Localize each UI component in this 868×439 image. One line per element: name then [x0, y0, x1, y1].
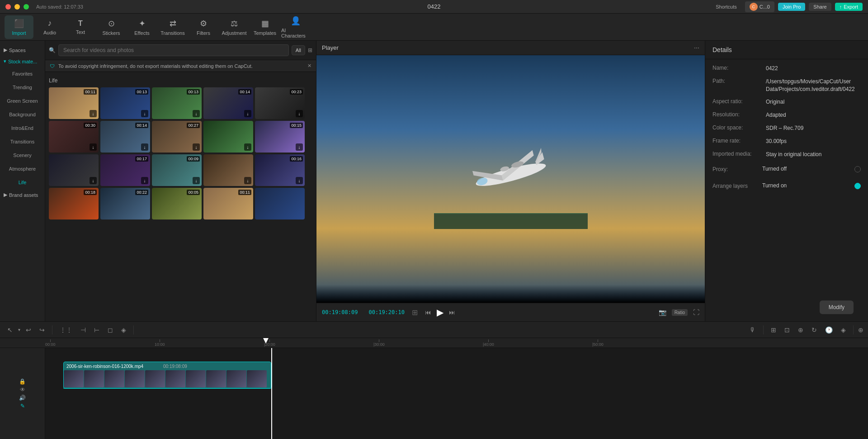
- sidebar-item-green-screen[interactable]: Green Screen: [2, 95, 43, 107]
- media-item[interactable]: 00:05: [152, 188, 202, 220]
- media-item[interactable]: 00:13 ↓: [100, 87, 150, 119]
- sidebar-item-favorites[interactable]: Favorites: [2, 67, 43, 80]
- download-icon[interactable]: ↓: [193, 177, 200, 184]
- media-item[interactable]: 00:15 ↓: [255, 121, 305, 153]
- media-item[interactable]: 00:14 ↓: [100, 121, 150, 153]
- close-notice-button[interactable]: ✕: [307, 63, 311, 69]
- fullscreen-window-button[interactable]: [24, 4, 29, 10]
- undo-button[interactable]: ↩: [23, 325, 34, 335]
- media-item[interactable]: 00:11: [203, 188, 253, 220]
- main-video-track[interactable]: 2006-sir-ken-robinson-016-1200k.mp4 00:1…: [63, 362, 271, 389]
- user-button[interactable]: C C...0: [745, 1, 774, 12]
- toolbar-templates[interactable]: ▦ Templates: [250, 15, 279, 39]
- media-item[interactable]: 00:11 ↓: [49, 87, 99, 119]
- split-button[interactable]: ⋮⋮: [57, 325, 75, 335]
- fullscreen-button[interactable]: ⛶: [693, 309, 699, 316]
- share-button[interactable]: Share: [809, 3, 831, 11]
- player-menu-icon[interactable]: ⋯: [694, 45, 699, 51]
- media-item[interactable]: 00:30 ↓: [49, 121, 99, 153]
- delete-button[interactable]: ◻: [105, 325, 116, 335]
- media-item[interactable]: 00:16 ↓: [255, 154, 305, 186]
- download-icon[interactable]: ↓: [296, 110, 303, 117]
- toolbar-transitions[interactable]: ⇄ Transitions: [158, 15, 187, 39]
- toolbar-ai-characters[interactable]: 👤 AI Characters: [281, 15, 310, 39]
- media-item[interactable]: [255, 188, 305, 220]
- toolbar-stickers[interactable]: ⊙ Stickers: [97, 15, 126, 39]
- minimize-window-button[interactable]: [14, 4, 20, 10]
- rewind-button[interactable]: ⏮: [425, 309, 431, 316]
- select-dropdown[interactable]: ▾: [18, 327, 20, 332]
- media-item[interactable]: 00:18: [49, 188, 99, 220]
- toolbar-effects[interactable]: ✦ Effects: [127, 15, 156, 39]
- toolbar-audio[interactable]: ♪ Audio: [35, 15, 64, 39]
- all-filter-button[interactable]: All: [292, 45, 305, 55]
- media-item[interactable]: 00:09 ↓: [152, 154, 202, 186]
- media-item[interactable]: ↓: [49, 154, 99, 186]
- download-icon[interactable]: ↓: [193, 143, 200, 151]
- trim-end-button[interactable]: ⊢: [91, 325, 102, 335]
- media-item[interactable]: 00:27 ↓: [152, 121, 202, 153]
- toolbar-adjustment[interactable]: ⚖ Adjustment: [220, 15, 249, 39]
- download-icon[interactable]: ↓: [141, 110, 148, 117]
- track-visibility-icon[interactable]: 👁: [20, 387, 25, 393]
- keyframe-button[interactable]: ◈: [118, 325, 129, 335]
- proxy-toggle[interactable]: [854, 166, 861, 172]
- sidebar-item-transitions[interactable]: Transitions: [2, 135, 43, 148]
- download-icon[interactable]: ↓: [296, 143, 303, 151]
- media-item[interactable]: 00:13 ↓: [152, 87, 202, 119]
- timeline-loop[interactable]: ↻: [809, 325, 820, 335]
- join-pro-button[interactable]: Join Pro: [778, 3, 805, 11]
- sidebar-item-life[interactable]: Life: [2, 176, 43, 189]
- download-icon[interactable]: ↓: [90, 110, 97, 117]
- sidebar-item-trending[interactable]: Trending: [2, 81, 43, 94]
- forward-button[interactable]: ⏭: [449, 309, 455, 316]
- modify-button[interactable]: Modify: [820, 301, 854, 314]
- download-icon[interactable]: ↓: [141, 143, 148, 151]
- track-edit-icon[interactable]: ✎: [20, 403, 25, 409]
- sidebar-item-atmosphere[interactable]: Atmosphere: [2, 162, 43, 175]
- media-item[interactable]: 00:14 ↓: [203, 87, 253, 119]
- track-lock-icon[interactable]: 🔒: [19, 378, 26, 385]
- media-item[interactable]: 00:22: [100, 188, 150, 220]
- stock-mate-group[interactable]: ▾ Stock mate...: [0, 56, 45, 67]
- export-button[interactable]: ↑ Export: [835, 3, 863, 11]
- arrange-toggle[interactable]: [854, 183, 861, 189]
- zoom-icon[interactable]: ⊕: [858, 326, 863, 334]
- spaces-group[interactable]: ▶ Spaces: [0, 44, 45, 56]
- play-button[interactable]: ▶: [437, 307, 443, 318]
- download-icon[interactable]: ↓: [141, 177, 148, 184]
- mic-button[interactable]: 🎙: [747, 325, 759, 335]
- snapshot-button[interactable]: 📷: [659, 309, 666, 316]
- timeline-zoom-in[interactable]: ⊕: [795, 325, 806, 335]
- timeline-zoom-fit[interactable]: ⊞: [768, 325, 779, 335]
- brand-assets-group[interactable]: ▶ Brand assets: [0, 189, 45, 200]
- sidebar-item-intro-end[interactable]: Intro&End: [2, 122, 43, 134]
- shortcuts-button[interactable]: Shortcuts: [711, 3, 741, 11]
- trim-start-button[interactable]: ⊣: [78, 325, 89, 335]
- redo-button[interactable]: ↪: [37, 325, 47, 335]
- toolbar-import[interactable]: ⬛ Import: [5, 15, 33, 39]
- filter-icon[interactable]: ⊞: [308, 47, 312, 53]
- sidebar-item-scenery[interactable]: Scenery: [2, 149, 43, 162]
- close-window-button[interactable]: [5, 4, 11, 10]
- toolbar-text[interactable]: T Text: [66, 15, 95, 39]
- download-icon[interactable]: ↓: [90, 177, 97, 184]
- timeline-extra[interactable]: ◈: [838, 325, 849, 335]
- playhead[interactable]: [271, 348, 272, 439]
- search-input[interactable]: [58, 44, 289, 56]
- toolbar-filters[interactable]: ⚙ Filters: [189, 15, 218, 39]
- download-icon[interactable]: ↓: [296, 177, 303, 184]
- media-item[interactable]: ↓: [203, 121, 253, 153]
- timeline-clock[interactable]: 🕐: [822, 325, 835, 335]
- download-icon[interactable]: ↓: [244, 143, 251, 151]
- sidebar-item-background[interactable]: Background: [2, 108, 43, 121]
- download-icon[interactable]: ↓: [244, 110, 251, 117]
- track-audio-icon[interactable]: 🔊: [19, 395, 26, 401]
- timeline-zoom-out[interactable]: ⊡: [782, 325, 793, 335]
- download-icon[interactable]: ↓: [244, 177, 251, 184]
- media-item[interactable]: ↓: [203, 154, 253, 186]
- download-icon[interactable]: ↓: [90, 143, 97, 151]
- select-tool[interactable]: ↖: [5, 325, 15, 335]
- ratio-button[interactable]: Ratio: [672, 309, 688, 316]
- media-item[interactable]: 00:23 ↓: [255, 87, 305, 119]
